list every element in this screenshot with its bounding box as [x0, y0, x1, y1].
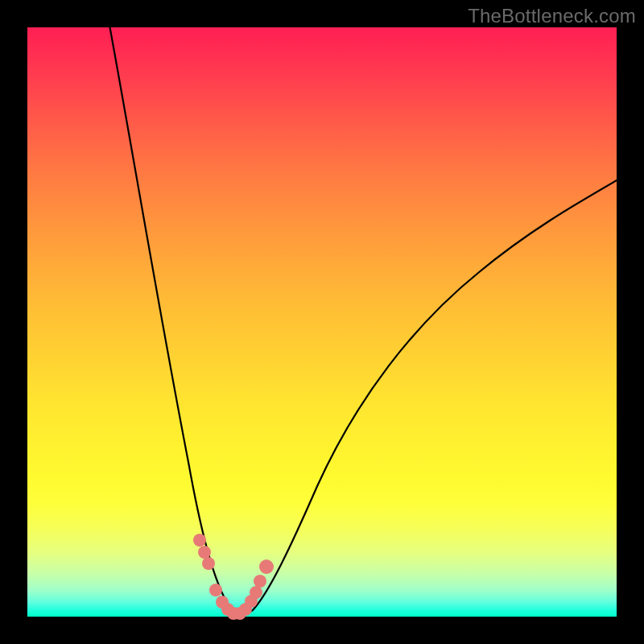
svg-point-0	[193, 534, 206, 547]
chart-frame: TheBottleneck.com	[0, 0, 644, 644]
svg-point-2	[202, 557, 215, 570]
curve-sample-markers	[193, 534, 274, 620]
chart-svg	[27, 27, 617, 617]
watermark-text: TheBottleneck.com	[468, 5, 636, 27]
svg-point-1	[198, 546, 211, 559]
svg-point-12	[259, 559, 274, 574]
chart-plot-area	[27, 27, 617, 617]
svg-point-3	[209, 584, 222, 597]
bottleneck-curve	[110, 27, 617, 615]
svg-point-11	[254, 575, 266, 588]
svg-point-10	[250, 586, 262, 599]
